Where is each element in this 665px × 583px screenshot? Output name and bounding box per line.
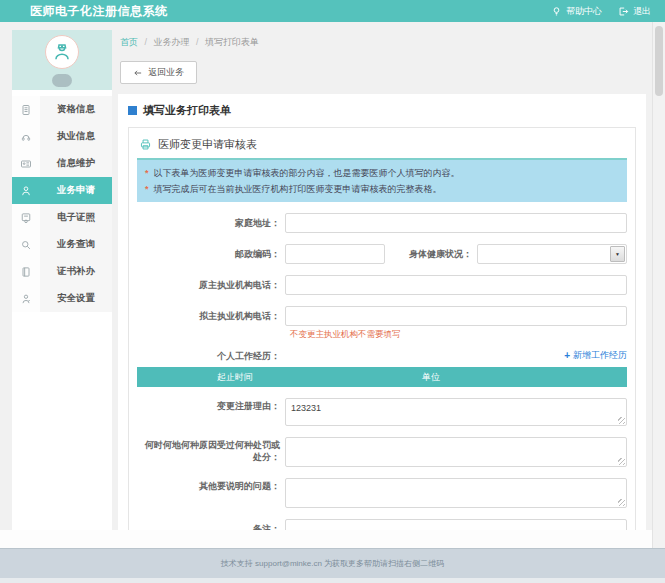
headset-icon	[12, 123, 40, 150]
document-icon	[12, 96, 40, 123]
sidebar-item-practice-info[interactable]: 执业信息	[12, 123, 112, 150]
book-icon	[12, 258, 40, 285]
logout-link[interactable]: 退出	[618, 5, 651, 18]
add-work-experience-link[interactable]: + 新增工作经历	[564, 349, 627, 362]
original-org-phone-label: 原主执业机构电话：	[137, 279, 285, 291]
punishment-row: 何时何地何种原因受过何种处罚或处分：	[137, 437, 627, 467]
section-bullet	[128, 106, 137, 115]
proposed-org-phone-label: 拟主执业机构电话：	[137, 310, 285, 322]
original-org-phone-row: 原主执业机构电话：	[137, 275, 627, 295]
search-icon	[12, 231, 40, 258]
avatar[interactable]	[45, 35, 79, 69]
asterisk-icon: *	[145, 165, 149, 181]
home-address-input[interactable]	[285, 213, 627, 233]
back-arrow-icon	[133, 68, 143, 78]
change-reason-label: 变更注册理由：	[137, 398, 285, 412]
punishment-label: 何时何地何种原因受过何种处罚或处分：	[137, 437, 285, 463]
sidebar-item-business-query[interactable]: 业务查询	[12, 231, 112, 258]
other-issues-textarea-wrap	[285, 478, 627, 508]
app-footer: 技术支持 support@minke.cn 为获取更多帮助请扫描右侧二维码	[0, 548, 665, 578]
form-title: 医师变更申请审核表	[158, 137, 257, 152]
column-header-organization: 单位	[333, 371, 529, 384]
doctor-icon	[51, 41, 73, 63]
screen: 医师电子化注册信息系统 帮助中心 退出	[0, 0, 665, 583]
back-button-label: 返回业务	[148, 66, 184, 79]
work-experience-label: 个人工作经历：	[137, 350, 285, 362]
breadcrumb-separator: /	[196, 37, 199, 47]
sidebar-item-label: 安全设置	[40, 285, 112, 312]
sidebar-item-info-maintenance[interactable]: 信息维护	[12, 150, 112, 177]
user-name-placeholder	[52, 74, 72, 87]
help-center-link[interactable]: 帮助中心	[551, 5, 602, 18]
logout-label: 退出	[633, 5, 651, 18]
app-header: 医师电子化注册信息系统 帮助中心 退出	[0, 0, 665, 22]
back-to-business-button[interactable]: 返回业务	[120, 61, 197, 84]
sidebar-item-label: 业务申请	[40, 177, 112, 204]
form-card: 医师变更申请审核表 * 以下表单为医师变更申请审核表的部分内容，也是需要医师个人…	[128, 127, 636, 582]
breadcrumb-separator: /	[145, 37, 148, 47]
punishment-textarea[interactable]	[285, 437, 627, 467]
security-user-icon	[12, 285, 40, 312]
sidebar-item-label: 资格信息	[40, 96, 112, 123]
health-status-label: 身体健康状况：	[385, 248, 477, 261]
main-content: 首页 / 业务办理 / 填写打印表单 返回业务 填写业务打印表单	[118, 30, 646, 583]
change-reason-textarea[interactable]: 123231	[285, 398, 627, 426]
proposed-org-phone-input[interactable]	[285, 306, 627, 326]
vertical-scrollbar[interactable]	[652, 22, 665, 548]
breadcrumb-business-handling[interactable]: 业务办理	[154, 37, 190, 47]
work-experience-table-header: 起止时间 单位	[137, 367, 627, 387]
footer-text: 技术支持 support@minke.cn 为获取更多帮助请扫描右侧二维码	[221, 558, 444, 569]
sidebar-item-label: 执业信息	[40, 123, 112, 150]
breadcrumb-current-page: 填写打印表单	[205, 37, 259, 47]
notice-box: * 以下表单为医师变更申请审核表的部分内容，也是需要医师个人填写的内容。 * 填…	[137, 160, 627, 202]
home-address-label: 家庭地址：	[137, 217, 285, 229]
scrollbar-thumb[interactable]	[655, 26, 663, 96]
help-center-label: 帮助中心	[566, 5, 602, 18]
sidebar-item-electronic-certificate[interactable]: 电子证照	[12, 204, 112, 231]
header-actions: 帮助中心 退出	[551, 5, 651, 18]
change-reason-textarea-wrap: 123231	[285, 398, 627, 426]
notice-text: 填写完成后可在当前执业医疗机构打印医师变更申请审核表的完整表格。	[154, 181, 442, 197]
add-work-experience-label: 新增工作经历	[573, 349, 627, 362]
proposed-org-phone-row: 拟主执业机构电话：	[137, 306, 627, 326]
printer-icon	[139, 138, 152, 151]
change-reason-row: 变更注册理由： 123231	[137, 398, 627, 426]
notice-line: * 以下表单为医师变更申请审核表的部分内容，也是需要医师个人填写的内容。	[145, 165, 619, 181]
certificate-icon	[12, 204, 40, 231]
sidebar-item-label: 信息维护	[40, 150, 112, 177]
idcard-icon	[12, 150, 40, 177]
form-panel: 填写业务打印表单 医师变更申请审核表 * 以下表单为医师变更申请审核表的部分内容…	[118, 94, 646, 583]
sidebar-item-label: 证书补办	[40, 258, 112, 285]
postal-health-row: 邮政编码： 身体健康状况： ▼	[137, 244, 627, 264]
notice-line: * 填写完成后可在当前执业医疗机构打印医师变更申请审核表的完整表格。	[145, 181, 619, 197]
section-title: 填写业务打印表单	[128, 103, 636, 118]
user-avatar-block	[12, 30, 112, 90]
original-org-phone-input[interactable]	[285, 275, 627, 295]
notice-text: 以下表单为医师变更申请审核表的部分内容，也是需要医师个人填写的内容。	[154, 165, 460, 181]
postal-code-input[interactable]	[285, 244, 385, 264]
user-icon	[12, 177, 40, 204]
health-status-select[interactable]: ▼	[477, 244, 627, 264]
sidebar-item-certificate-reissue[interactable]: 证书补办	[12, 258, 112, 285]
breadcrumb-home[interactable]: 首页	[120, 37, 138, 47]
sidebar: 资格信息 执业信息 信息维护 业务申请	[12, 30, 112, 560]
other-issues-row: 其他要说明的问题：	[137, 478, 627, 508]
sidebar-item-business-application[interactable]: 业务申请	[12, 177, 112, 204]
sidebar-item-label: 电子证照	[40, 204, 112, 231]
other-issues-label: 其他要说明的问题：	[137, 478, 285, 492]
other-issues-textarea[interactable]	[285, 478, 627, 508]
post-footer-strip	[0, 578, 665, 583]
section-title-text: 填写业务打印表单	[143, 103, 231, 118]
dropdown-arrow-icon[interactable]: ▼	[610, 246, 625, 262]
column-header-time-range: 起止时间	[137, 371, 333, 384]
sidebar-item-qualification-info[interactable]: 资格信息	[12, 96, 112, 123]
work-experience-row: 个人工作经历： + 新增工作经历	[137, 349, 627, 362]
asterisk-icon: *	[145, 181, 149, 197]
punishment-textarea-wrap	[285, 437, 627, 467]
form-title-row: 医师变更申请审核表	[137, 134, 627, 160]
proposed-org-phone-helper: 不变更主执业机构不需要填写	[290, 329, 627, 341]
logout-icon	[618, 6, 629, 17]
lightbulb-icon	[551, 6, 562, 17]
app-title: 医师电子化注册信息系统	[30, 3, 168, 20]
sidebar-item-security-settings[interactable]: 安全设置	[12, 285, 112, 312]
